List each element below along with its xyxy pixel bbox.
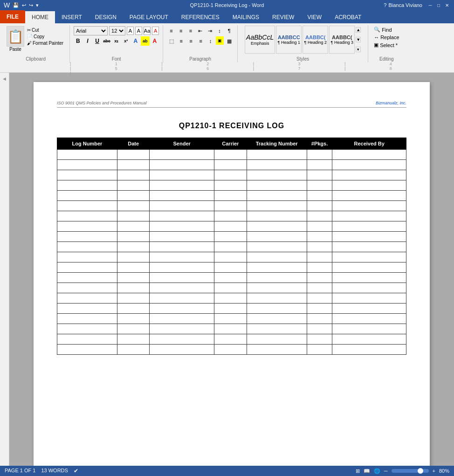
- styles-scroll-up[interactable]: ▲: [356, 27, 361, 33]
- table-cell[interactable]: [214, 160, 247, 170]
- table-cell[interactable]: [117, 170, 149, 180]
- table-cell[interactable]: [307, 345, 332, 355]
- table-cell[interactable]: [247, 160, 307, 170]
- table-cell[interactable]: [150, 211, 214, 221]
- strikethrough-button[interactable]: abc: [103, 36, 111, 46]
- table-cell[interactable]: [150, 345, 214, 355]
- table-cell[interactable]: [117, 201, 149, 211]
- tab-references[interactable]: REFERENCES: [175, 11, 226, 23]
- table-cell[interactable]: [214, 180, 247, 191]
- decrease-indent-button[interactable]: ⇤: [196, 26, 205, 35]
- table-cell[interactable]: [150, 232, 214, 242]
- table-cell[interactable]: [307, 191, 332, 201]
- table-cell[interactable]: [214, 242, 247, 252]
- table-cell[interactable]: [332, 201, 406, 211]
- table-cell[interactable]: [332, 273, 406, 283]
- read-mode-icon[interactable]: 📖: [364, 468, 370, 474]
- table-cell[interactable]: [57, 232, 117, 242]
- table-cell[interactable]: [57, 252, 117, 262]
- table-row[interactable]: [57, 221, 406, 232]
- table-cell[interactable]: [332, 324, 406, 334]
- table-row[interactable]: [57, 304, 406, 314]
- table-cell[interactable]: [150, 201, 214, 211]
- table-cell[interactable]: [57, 150, 117, 160]
- table-cell[interactable]: [214, 150, 247, 160]
- numbering-button[interactable]: ≡: [177, 26, 186, 35]
- replace-button[interactable]: ↔ Replace: [372, 34, 401, 41]
- table-cell[interactable]: [247, 283, 307, 293]
- table-cell[interactable]: [332, 221, 406, 232]
- table-cell[interactable]: [57, 273, 117, 283]
- table-cell[interactable]: [332, 283, 406, 293]
- table-row[interactable]: [57, 293, 406, 304]
- table-cell[interactable]: [307, 211, 332, 221]
- table-cell[interactable]: [117, 345, 149, 355]
- table-row[interactable]: [57, 191, 406, 201]
- table-cell[interactable]: [150, 293, 214, 304]
- font-size-select[interactable]: 12: [109, 26, 125, 35]
- table-cell[interactable]: [247, 304, 307, 314]
- table-cell[interactable]: [214, 334, 247, 345]
- table-cell[interactable]: [150, 304, 214, 314]
- table-cell[interactable]: [214, 232, 247, 242]
- table-cell[interactable]: [247, 150, 307, 160]
- table-cell[interactable]: [117, 242, 149, 252]
- style-heading2[interactable]: AABBC( ¶ Heading 2: [303, 26, 328, 54]
- table-cell[interactable]: [150, 273, 214, 283]
- table-cell[interactable]: [150, 170, 214, 180]
- table-cell[interactable]: [332, 314, 406, 324]
- table-cell[interactable]: [214, 345, 247, 355]
- table-cell[interactable]: [307, 324, 332, 334]
- table-cell[interactable]: [247, 201, 307, 211]
- table-cell[interactable]: [307, 334, 332, 345]
- style-heading1[interactable]: AABBCC ¶ Heading 1: [276, 26, 302, 54]
- subscript-button[interactable]: x₂: [112, 36, 121, 46]
- table-cell[interactable]: [150, 252, 214, 262]
- tab-page-layout[interactable]: PAGE LAYOUT: [123, 11, 175, 23]
- cut-button[interactable]: ✂ Cut: [26, 27, 65, 33]
- table-cell[interactable]: [332, 242, 406, 252]
- shading-button[interactable]: ▣: [216, 36, 224, 45]
- zoom-minus-button[interactable]: ─: [384, 468, 388, 474]
- restore-button[interactable]: □: [435, 2, 442, 8]
- table-cell[interactable]: [247, 170, 307, 180]
- table-cell[interactable]: [214, 304, 247, 314]
- table-cell[interactable]: [57, 345, 117, 355]
- table-cell[interactable]: [332, 232, 406, 242]
- align-right-button[interactable]: ≡: [186, 36, 195, 46]
- table-cell[interactable]: [332, 345, 406, 355]
- table-cell[interactable]: [117, 252, 149, 262]
- table-cell[interactable]: [150, 262, 214, 273]
- table-cell[interactable]: [214, 293, 247, 304]
- table-cell[interactable]: [332, 170, 406, 180]
- table-cell[interactable]: [307, 283, 332, 293]
- multilevel-button[interactable]: ≡: [186, 26, 195, 35]
- table-row[interactable]: [57, 283, 406, 293]
- table-cell[interactable]: [307, 242, 332, 252]
- increase-indent-button[interactable]: ⇥: [206, 26, 214, 35]
- table-cell[interactable]: [307, 273, 332, 283]
- table-cell[interactable]: [150, 314, 214, 324]
- copy-button[interactable]: 📄 Copy: [26, 34, 65, 40]
- zoom-slider[interactable]: [392, 469, 429, 473]
- table-cell[interactable]: [150, 150, 214, 160]
- table-cell[interactable]: [332, 160, 406, 170]
- table-cell[interactable]: [117, 160, 149, 170]
- table-cell[interactable]: [214, 201, 247, 211]
- table-cell[interactable]: [214, 211, 247, 221]
- tab-file[interactable]: FILE: [0, 10, 25, 23]
- table-cell[interactable]: [247, 345, 307, 355]
- table-cell[interactable]: [332, 304, 406, 314]
- show-hide-button[interactable]: ¶: [225, 26, 234, 35]
- table-cell[interactable]: [247, 334, 307, 345]
- table-cell[interactable]: [214, 221, 247, 232]
- table-cell[interactable]: [150, 180, 214, 191]
- help-icon[interactable]: ?: [384, 2, 386, 8]
- table-cell[interactable]: [150, 334, 214, 345]
- table-cell[interactable]: [57, 242, 117, 252]
- table-cell[interactable]: [307, 150, 332, 160]
- table-row[interactable]: [57, 160, 406, 170]
- tab-home[interactable]: HOME: [25, 11, 55, 23]
- table-cell[interactable]: [247, 324, 307, 334]
- table-cell[interactable]: [57, 324, 117, 334]
